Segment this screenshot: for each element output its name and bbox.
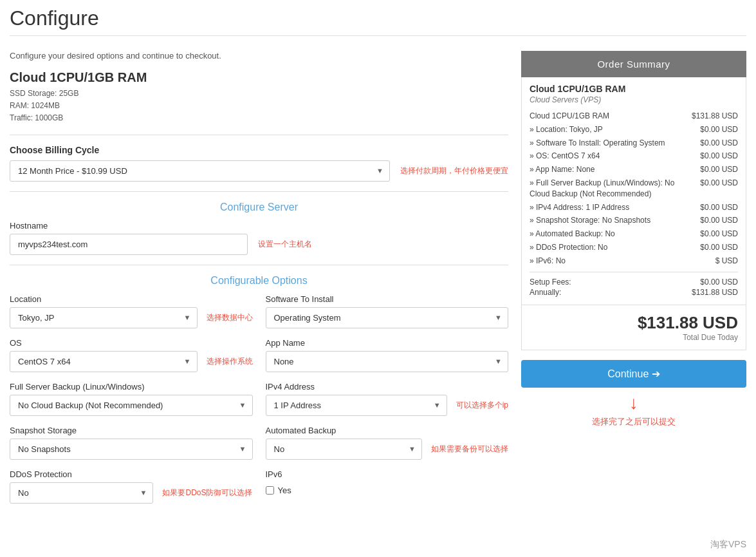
product-name: Cloud 1CPU/1GB RAM — [10, 70, 508, 85]
ipv4-label: IPv4 Address — [266, 382, 509, 392]
os-annotation: 选择操作系统 — [207, 356, 253, 367]
product-info: Cloud 1CPU/1GB RAM SSD Storage: 25GB RAM… — [10, 70, 508, 125]
setup-fees-line: Setup Fees: $0.00 USD — [530, 278, 738, 287]
divider-server — [10, 191, 508, 192]
ipv4-annotation: 可以选择多个ip — [456, 400, 508, 411]
configurable-options-grid: Location Tokyo, JP 选择数据中心 Software To In… — [10, 294, 508, 504]
location-label: Location — [10, 294, 253, 304]
app-name-group: App Name None — [266, 338, 509, 372]
os-select[interactable]: CentOS 7 x64 — [10, 351, 198, 372]
ddos-select-wrapper: No — [10, 482, 153, 504]
order-product-type: Cloud Servers (VPS) — [530, 95, 738, 104]
location-group: Location Tokyo, JP 选择数据中心 — [10, 294, 253, 328]
continue-button[interactable]: Continue ➔ — [521, 360, 746, 388]
hostname-label: Hostname — [10, 221, 508, 231]
order-product-name: Cloud 1CPU/1GB RAM — [530, 84, 738, 94]
ipv6-checkbox-label: Yes — [278, 486, 291, 495]
order-line-10: » IPv6: No $ USD — [530, 256, 738, 267]
backup-group: Full Server Backup (Linux/Windows) No Cl… — [10, 382, 253, 416]
backup-label: Full Server Backup (Linux/Windows) — [10, 382, 253, 392]
auto-backup-group: Automated Backup No 如果需要备份可以选择 — [266, 426, 509, 460]
order-divider-fees — [530, 272, 738, 272]
software-group: Software To Install Operating System — [266, 294, 509, 328]
order-line-2: » Software To Install: Operating System … — [530, 138, 738, 149]
os-group: OS CentOS 7 x64 选择操作系统 — [10, 338, 253, 372]
annually-line: Annually: $131.88 USD — [530, 288, 738, 297]
hostname-input[interactable] — [10, 234, 248, 255]
ipv4-select-wrapper: 1 IP Address — [266, 395, 447, 416]
order-line-7: » Snapshot Storage: No Snapshots $0.00 U… — [530, 215, 738, 226]
ipv6-group: IPv6 Yes — [266, 469, 509, 504]
submit-annotation: 选择完了之后可以提交 — [521, 416, 746, 428]
app-name-select-wrapper: None — [266, 351, 509, 372]
billing-annotation: 选择付款周期，年付价格更便宜 — [400, 165, 508, 176]
order-total-section: $131.88 USD Total Due Today — [521, 305, 746, 350]
subtitle: Configure your desired options and conti… — [10, 51, 508, 61]
location-annotation: 选择数据中心 — [207, 312, 253, 323]
location-select[interactable]: Tokyo, JP — [10, 307, 198, 328]
ipv6-label: IPv6 — [266, 469, 509, 479]
order-summary-sidebar: Order Summary Cloud 1CPU/1GB RAM Cloud S… — [521, 51, 746, 504]
software-label: Software To Install — [266, 294, 509, 304]
order-lines: Cloud 1CPU/1GB RAM $131.88 USD » Locatio… — [530, 111, 738, 267]
order-summary-body: Cloud 1CPU/1GB RAM Cloud Servers (VPS) C… — [521, 77, 746, 305]
hostname-group: Hostname 设置一个主机名 — [10, 221, 508, 255]
auto-backup-select[interactable]: No — [266, 439, 423, 460]
os-label: OS — [10, 338, 253, 348]
setup-fees-label: Setup Fees: — [530, 278, 571, 287]
page-title: Configure — [10, 6, 746, 36]
ipv4-select[interactable]: 1 IP Address — [266, 395, 447, 416]
ddos-select[interactable]: No — [10, 482, 153, 504]
order-line-6: » IPv4 Address: 1 IP Address $0.00 USD — [530, 202, 738, 213]
app-name-select[interactable]: None — [266, 351, 509, 372]
snapshot-select[interactable]: No Snapshots — [10, 439, 253, 460]
watermark: 淘客VPS — [710, 539, 746, 551]
total-label: Total Due Today — [530, 333, 738, 342]
ddos-group: DDoS Protection No 如果要DDoS防御可以选择 — [10, 469, 253, 504]
order-line-4: » App Name: None $0.00 USD — [530, 164, 738, 175]
order-line-9: » DDoS Protection: No $0.00 USD — [530, 242, 738, 253]
software-select[interactable]: Operating System — [266, 307, 509, 328]
backup-select-wrapper: No Cloud Backup (Not Recommended) — [10, 395, 253, 416]
software-select-wrapper: Operating System — [266, 307, 509, 328]
configurable-options-heading: Configurable Options — [10, 275, 508, 287]
order-summary-header: Order Summary — [521, 51, 746, 77]
app-name-label: App Name — [266, 338, 509, 348]
annually-value: $131.88 USD — [692, 288, 738, 297]
os-select-wrapper: CentOS 7 x64 — [10, 351, 198, 372]
auto-backup-select-wrapper: No — [266, 439, 423, 460]
main-content: Configure your desired options and conti… — [10, 51, 508, 504]
order-line-0: Cloud 1CPU/1GB RAM $131.88 USD — [530, 111, 738, 122]
order-line-5: » Full Server Backup (Linux/Windows): No… — [530, 178, 738, 200]
divider-options — [10, 265, 508, 265]
backup-select[interactable]: No Cloud Backup (Not Recommended) — [10, 395, 253, 416]
ipv4-group: IPv4 Address 1 IP Address 可以选择多个ip — [266, 382, 509, 416]
configure-server-heading: Configure Server — [10, 202, 508, 213]
ipv6-checkbox-row: Yes — [266, 486, 509, 495]
ipv6-checkbox[interactable] — [266, 486, 274, 495]
setup-fees-value: $0.00 USD — [700, 278, 738, 287]
order-line-1: » Location: Tokyo, JP $0.00 USD — [530, 124, 738, 135]
auto-backup-annotation: 如果需要备份可以选择 — [431, 444, 508, 455]
divider-billing — [10, 135, 508, 135]
snapshot-group: Snapshot Storage No Snapshots — [10, 426, 253, 460]
red-arrow-icon: ↓ — [521, 393, 746, 413]
billing-cycle-select-wrapper: 12 Month Price - $10.99 USD — [10, 160, 390, 182]
total-amount: $131.88 USD — [530, 313, 738, 333]
auto-backup-label: Automated Backup — [266, 426, 509, 435]
ddos-annotation: 如果要DDoS防御可以选择 — [162, 487, 252, 498]
snapshot-select-wrapper: No Snapshots — [10, 439, 253, 460]
hostname-annotation: 设置一个主机名 — [258, 239, 312, 250]
arrow-annotation: ↓ 选择完了之后可以提交 — [521, 393, 746, 428]
snapshot-label: Snapshot Storage — [10, 426, 253, 435]
order-line-8: » Automated Backup: No $0.00 USD — [530, 229, 738, 240]
billing-cycle-select[interactable]: 12 Month Price - $10.99 USD — [10, 160, 390, 182]
ddos-label: DDoS Protection — [10, 469, 253, 479]
location-select-wrapper: Tokyo, JP — [10, 307, 198, 328]
billing-cycle-label: Choose Billing Cycle — [10, 145, 508, 155]
annually-label: Annually: — [530, 288, 561, 297]
order-line-3: » OS: CentOS 7 x64 $0.00 USD — [530, 151, 738, 162]
product-specs: SSD Storage: 25GB RAM: 1024MB Traffic: 1… — [10, 88, 508, 125]
